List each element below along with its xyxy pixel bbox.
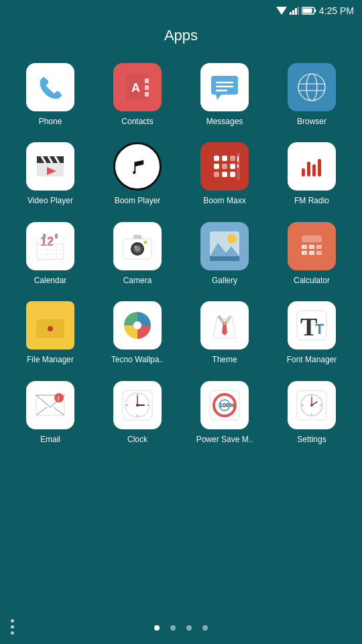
- svg-rect-59: [55, 233, 58, 239]
- app-icon-fmradio: [288, 142, 336, 191]
- app-item-boomplayer[interactable]: Boom Player: [94, 136, 181, 215]
- app-item-powersave[interactable]: 100% Power Save M..: [181, 374, 268, 453]
- app-label-messages: Messages: [206, 117, 243, 126]
- options-dot-3: [11, 631, 14, 635]
- app-item-email[interactable]: ! Email: [7, 374, 94, 453]
- app-item-browser[interactable]: Browser: [268, 56, 355, 136]
- app-grid: Phone A Contacts: [0, 56, 362, 453]
- svg-point-86: [224, 319, 226, 321]
- app-icon-camera: [113, 222, 162, 270]
- svg-rect-45: [302, 168, 305, 176]
- svg-text:T: T: [315, 321, 324, 337]
- svg-rect-37: [230, 164, 235, 169]
- app-item-boommaxx[interactable]: Boom Maxx: [181, 136, 268, 215]
- app-item-videoplayer[interactable]: Video Player: [7, 136, 94, 215]
- app-icon-boomplayer: [113, 142, 162, 191]
- app-icon-calculator: × ÷ + −: [288, 222, 336, 270]
- svg-point-87: [224, 323, 226, 325]
- app-label-fmradio: FM Radio: [294, 196, 329, 205]
- svg-rect-34: [230, 156, 235, 161]
- app-icon-filemanager: [26, 301, 74, 350]
- app-icon-powersave: 100%: [200, 381, 249, 429]
- app-item-fmradio[interactable]: FM Radio: [268, 136, 355, 215]
- svg-rect-2: [292, 10, 294, 15]
- app-label-settings: Settings: [297, 435, 326, 444]
- pagination-dots: [154, 625, 208, 631]
- app-icon-boommaxx: [200, 142, 249, 191]
- app-item-gallery[interactable]: Gallery: [181, 215, 268, 294]
- app-label-filemanager: File Manager: [27, 355, 74, 364]
- options-dot-1: [11, 619, 14, 623]
- svg-rect-43: [237, 164, 239, 168]
- app-icon-settings: [288, 381, 336, 429]
- app-item-theme[interactable]: Theme: [181, 294, 268, 374]
- svg-point-119: [310, 404, 313, 407]
- svg-point-30: [123, 152, 152, 180]
- app-item-contacts[interactable]: A Contacts: [94, 56, 181, 136]
- dot-4[interactable]: [202, 625, 208, 631]
- app-icon-tecnowallpa: [113, 301, 162, 350]
- app-label-powersave: Power Save M..: [196, 435, 253, 444]
- svg-rect-42: [237, 156, 239, 162]
- app-item-camera[interactable]: Camera: [94, 215, 181, 294]
- svg-rect-4: [298, 7, 299, 15]
- svg-text:100%: 100%: [219, 402, 235, 409]
- app-icon-gallery: [200, 222, 249, 270]
- app-icon-theme: [200, 301, 249, 350]
- svg-marker-15: [216, 95, 221, 100]
- app-item-filemanager[interactable]: File Manager: [7, 294, 94, 374]
- svg-point-82: [48, 326, 53, 331]
- app-label-phone: Phone: [39, 117, 62, 126]
- app-icon-browser: [288, 63, 336, 111]
- svg-rect-40: [230, 172, 235, 177]
- svg-text:−: −: [311, 251, 314, 255]
- options-button[interactable]: [11, 619, 14, 635]
- svg-rect-3: [295, 8, 297, 15]
- dot-1[interactable]: [154, 625, 160, 631]
- svg-rect-47: [312, 164, 316, 176]
- app-icon-phone: [26, 63, 74, 111]
- svg-rect-14: [211, 76, 238, 95]
- app-label-calendar: Calendar: [34, 276, 67, 285]
- svg-rect-46: [307, 162, 310, 176]
- svg-rect-33: [222, 156, 227, 161]
- app-label-videoplayer: Video Player: [27, 196, 73, 205]
- svg-rect-32: [214, 156, 219, 161]
- svg-text:+: +: [304, 251, 306, 255]
- app-item-calendar[interactable]: 12 Calendar: [7, 215, 94, 294]
- app-item-settings[interactable]: Settings: [268, 374, 355, 453]
- svg-rect-39: [222, 172, 227, 177]
- app-label-email: Email: [40, 435, 60, 444]
- app-icon-clock: [113, 381, 162, 429]
- svg-rect-35: [214, 164, 219, 169]
- svg-point-65: [144, 240, 147, 244]
- app-label-theme: Theme: [212, 355, 237, 364]
- svg-point-84: [133, 321, 141, 329]
- app-icon-messages: [200, 63, 249, 111]
- app-item-messages[interactable]: Messages: [181, 56, 268, 136]
- status-time: 4:25 PM: [319, 5, 354, 16]
- app-label-calculator: Calculator: [294, 276, 330, 285]
- svg-rect-74: [316, 245, 322, 249]
- svg-point-69: [227, 234, 237, 244]
- app-item-clock[interactable]: Clock: [94, 374, 181, 453]
- svg-rect-71: [302, 235, 322, 242]
- options-dot-2: [11, 625, 14, 629]
- app-item-tecnowallpa[interactable]: Tecno Wallpa..: [94, 294, 181, 374]
- svg-rect-7: [302, 9, 312, 13]
- dot-2[interactable]: [170, 625, 176, 631]
- svg-text:!: !: [58, 395, 60, 402]
- svg-rect-12: [145, 92, 149, 97]
- app-icon-contacts: A: [113, 63, 162, 111]
- page-title: Apps: [0, 21, 362, 56]
- app-label-boommaxx: Boom Maxx: [203, 196, 245, 205]
- app-label-contacts: Contacts: [121, 117, 153, 126]
- app-item-phone[interactable]: Phone: [7, 56, 94, 136]
- app-item-calculator[interactable]: × ÷ + − Calculator: [268, 215, 355, 294]
- svg-rect-48: [318, 159, 321, 176]
- app-icon-calendar: 12: [26, 222, 74, 270]
- svg-rect-1: [290, 12, 292, 15]
- app-item-fontmanager[interactable]: T T Font Manager: [268, 294, 355, 374]
- dot-3[interactable]: [186, 625, 192, 631]
- svg-rect-77: [316, 251, 322, 255]
